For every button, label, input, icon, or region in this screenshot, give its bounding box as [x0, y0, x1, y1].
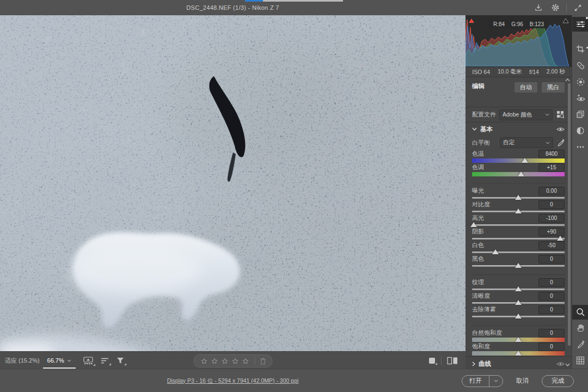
slider-thumb[interactable] [518, 171, 524, 176]
slider-value-box[interactable]: 0 [538, 200, 565, 209]
done-button[interactable]: 完成 [542, 375, 574, 387]
slider-value-box[interactable]: 0 [538, 305, 565, 314]
healing-tool-icon[interactable] [572, 57, 588, 74]
slider-thumb[interactable] [515, 300, 522, 305]
image-toolbar: 适应 (15.2%) 66.7% [0, 351, 465, 369]
workflow-options-link[interactable]: Display P3 - 16 位 - 5294 x 7941 (42.0MP)… [167, 377, 299, 385]
slider-value-box[interactable]: -50 [538, 241, 565, 250]
slider-track[interactable] [472, 209, 565, 213]
slider-track[interactable] [472, 286, 565, 291]
slider-value-box[interactable]: 0 [538, 292, 565, 301]
slider-value-box[interactable]: +15 [538, 163, 565, 172]
curves-title: 曲线 [479, 360, 491, 368]
wb-dropdown[interactable]: 自定 [500, 137, 553, 148]
star-icon[interactable] [231, 358, 238, 365]
zoom-level-value[interactable]: 66.7% [47, 357, 64, 364]
basic-section-header[interactable]: 基本 [465, 122, 572, 136]
slider-thumb[interactable] [515, 263, 522, 268]
shadow-clipping-indicator[interactable] [467, 17, 476, 24]
slider-track[interactable] [472, 263, 565, 268]
slider-track[interactable] [472, 222, 565, 227]
scroll-up-icon[interactable] [565, 78, 570, 82]
open-options-chevron[interactable] [489, 376, 503, 387]
chevron-down-icon [472, 127, 477, 131]
snapshots-tool-icon[interactable] [572, 106, 588, 122]
slider-thumb[interactable] [492, 249, 499, 254]
panel-scrollbar[interactable] [568, 83, 571, 346]
reject-trash-icon[interactable] [257, 358, 268, 365]
slider-thumb[interactable] [557, 236, 564, 241]
collapse-panels-icon[interactable] [572, 2, 584, 14]
slider-value-box[interactable]: 0 [538, 278, 565, 287]
slider-track[interactable] [472, 171, 565, 176]
fit-zoom-button[interactable]: 适应 (15.2%) [5, 357, 40, 365]
slider-value-box[interactable]: 0.00 [538, 187, 565, 195]
slider-thumb[interactable] [515, 286, 522, 291]
slider-track[interactable] [472, 158, 565, 163]
presets-tool-icon[interactable] [572, 122, 588, 139]
highlight-clipping-indicator[interactable] [561, 17, 571, 24]
open-split-button[interactable]: 打开 [462, 375, 503, 387]
star-rating[interactable] [197, 358, 252, 365]
photo-canvas[interactable] [0, 15, 465, 351]
before-after-view-icon[interactable] [447, 357, 458, 365]
slider-track[interactable] [472, 195, 565, 200]
crop-tool-icon[interactable] [572, 41, 588, 57]
slider-row: 白色-50 [472, 241, 565, 254]
visibility-eye-icon[interactable] [556, 126, 565, 132]
open-button-label[interactable]: 打开 [462, 377, 489, 385]
filmstrip-toggle-icon[interactable] [83, 357, 93, 365]
slider-track[interactable] [472, 300, 565, 305]
wb-eyedropper-icon[interactable] [557, 139, 565, 146]
slider-track[interactable] [472, 249, 565, 254]
flag-pick-icon[interactable] [428, 357, 436, 364]
more-options-icon[interactable] [572, 139, 588, 155]
bw-button[interactable]: 黑白 [542, 82, 565, 93]
star-icon[interactable] [211, 358, 218, 365]
slider-thumb[interactable] [515, 314, 522, 318]
slider-value-box[interactable]: 0 [538, 342, 565, 351]
red-eye-tool-icon[interactable] [572, 90, 588, 106]
slider-track[interactable] [472, 337, 565, 342]
slider-track[interactable] [472, 236, 565, 241]
slider-row: 色调+15 [472, 163, 565, 176]
visibility-eye-icon[interactable] [556, 361, 565, 367]
profile-browser-icon[interactable] [556, 111, 565, 119]
slider-thumb[interactable] [515, 337, 522, 342]
slider-thumb[interactable] [515, 209, 522, 213]
sliders: 色温8400色调+15曝光0.00对比度0高光-100阴影+90白色-50黑色0… [465, 150, 572, 356]
slider-thumb[interactable] [515, 195, 522, 200]
slider-thumb[interactable] [522, 158, 528, 163]
export-icon[interactable] [532, 2, 544, 14]
edit-header: 编辑 自动 黑白 [465, 77, 572, 107]
edit-tool-icon[interactable] [572, 17, 588, 32]
zoom-level-selector[interactable]: 66.7% [47, 352, 71, 369]
star-icon[interactable] [200, 358, 207, 365]
slider-value-box[interactable]: 0 [538, 329, 565, 338]
color-sampler-tool-icon[interactable] [572, 336, 588, 352]
auto-button[interactable]: 自动 [514, 82, 537, 93]
histogram[interactable]: R:84 G:96 B:123 [465, 15, 572, 67]
sort-order-icon[interactable] [101, 357, 109, 364]
filter-icon[interactable] [117, 357, 124, 364]
slider-thumb[interactable] [470, 222, 477, 227]
grid-overlay-tool-icon[interactable] [572, 352, 588, 369]
slider-thumb[interactable] [515, 351, 522, 356]
star-icon[interactable] [242, 358, 249, 365]
masking-tool-icon[interactable] [572, 74, 588, 90]
settings-gear-icon[interactable] [549, 2, 561, 14]
scroll-down-icon[interactable] [565, 363, 570, 366]
toolbar-divider [441, 356, 442, 365]
profile-dropdown[interactable]: Adobe 颜色 [499, 109, 553, 120]
slider-value-box[interactable]: +90 [538, 228, 565, 236]
slider-value-box[interactable]: 0 [538, 255, 565, 264]
slider-label: 色温 [472, 150, 484, 158]
hand-tool-icon[interactable] [572, 320, 588, 336]
slider-value-box[interactable]: 8400 [538, 150, 565, 158]
star-icon[interactable] [221, 358, 228, 365]
slider-track[interactable] [472, 314, 565, 318]
slider-value-box[interactable]: -100 [538, 214, 565, 223]
cancel-button[interactable]: 取消 [516, 377, 529, 385]
slider-track[interactable] [472, 351, 565, 356]
zoom-tool-icon[interactable] [572, 305, 588, 320]
